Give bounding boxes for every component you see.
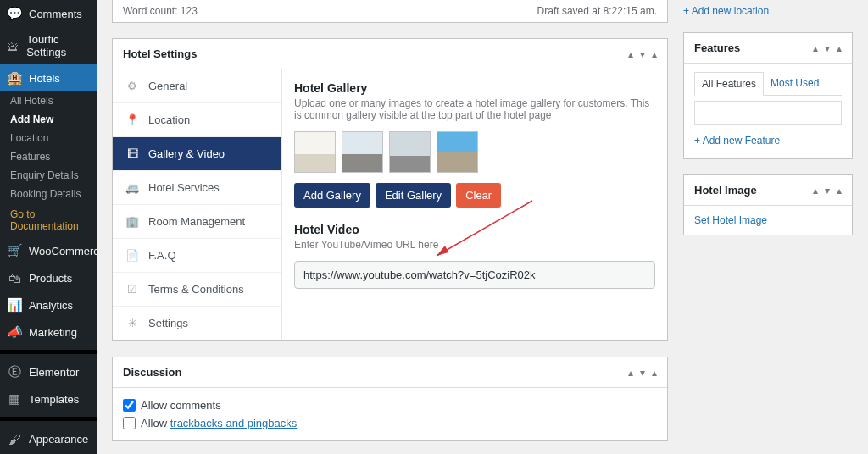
tab-all-features[interactable]: All Features bbox=[694, 72, 764, 96]
gallery-thumb[interactable] bbox=[389, 131, 431, 173]
video-title: Hotel Video bbox=[294, 223, 655, 236]
tab-general[interactable]: ⚙General bbox=[113, 69, 281, 103]
sidebar-item-comments[interactable]: 💬Comments bbox=[0, 0, 97, 27]
sidebar-item-hotels[interactable]: 🏨Hotels bbox=[0, 64, 97, 91]
admin-sidebar: 💬Comments 🛎Tourfic Settings 🏨Hotels All … bbox=[0, 0, 97, 454]
edit-gallery-button[interactable]: Edit Gallery bbox=[376, 183, 451, 208]
sparkle-icon: ✳ bbox=[125, 317, 140, 329]
sidebar-sub-features[interactable]: Features bbox=[0, 147, 97, 166]
analytics-icon: 📊 bbox=[7, 297, 22, 313]
clear-gallery-button[interactable]: Clear bbox=[456, 183, 501, 208]
marketing-icon: 📣 bbox=[7, 324, 22, 340]
gallery-video-pane: Hotel Gallery Upload one or many images … bbox=[282, 69, 667, 340]
sidebar-sub-location[interactable]: Location bbox=[0, 129, 97, 147]
products-icon: 🛍 bbox=[7, 270, 22, 285]
add-feature-link[interactable]: + Add new Feature bbox=[694, 131, 780, 150]
gallery-desc: Upload one or many images to create a ho… bbox=[294, 97, 655, 121]
hotel-icon: 🏨 bbox=[7, 70, 22, 86]
document-icon: 📄 bbox=[125, 249, 140, 262]
trackbacks-link[interactable]: trackbacks and pingbacks bbox=[170, 417, 298, 429]
panel-title: Hotel Settings bbox=[123, 47, 197, 60]
chevron-up-icon[interactable]: ▴ bbox=[813, 185, 818, 197]
sidebar-item-elementor[interactable]: ⒺElementor bbox=[0, 358, 97, 385]
sidebar-sub-add-new[interactable]: Add New bbox=[0, 110, 97, 129]
caret-up-icon[interactable]: ▴ bbox=[652, 48, 657, 60]
chevron-up-icon[interactable]: ▴ bbox=[628, 367, 633, 379]
comment-icon: 💬 bbox=[7, 6, 22, 21]
gear-icon: ⚙ bbox=[125, 80, 140, 92]
chevron-up-icon[interactable]: ▴ bbox=[813, 42, 818, 54]
sidebar-sub-enquiry[interactable]: Enquiry Details bbox=[0, 166, 97, 185]
discussion-panel: Discussion ▴ ▾ ▴ Allow comments Allow tr… bbox=[112, 357, 668, 441]
tab-gallery-video[interactable]: 🎞Gallery & Video bbox=[113, 137, 281, 171]
sidebar-item-appearance[interactable]: 🖌Appearance bbox=[0, 425, 97, 452]
film-icon: 🎞 bbox=[125, 147, 140, 160]
caret-up-icon[interactable]: ▴ bbox=[652, 367, 657, 379]
video-desc: Enter YouTube/Vimeo URL here bbox=[294, 239, 655, 251]
templates-icon: ▦ bbox=[7, 391, 22, 407]
chevron-down-icon[interactable]: ▾ bbox=[825, 42, 830, 54]
chevron-down-icon[interactable]: ▾ bbox=[640, 367, 645, 379]
tab-hotel-services[interactable]: 🚐Hotel Services bbox=[113, 171, 281, 205]
sidebar-item-templates[interactable]: ▦Templates bbox=[0, 385, 97, 412]
add-location-link[interactable]: + Add new location bbox=[683, 2, 769, 20]
features-panel: Features ▴ ▾ ▴ All Features Most Used + … bbox=[683, 32, 853, 159]
allow-comments-label: Allow comments bbox=[141, 399, 221, 412]
tab-location[interactable]: 📍Location bbox=[113, 103, 281, 137]
status-bar: Word count: 123 Draft saved at 8:22:15 a… bbox=[112, 0, 668, 23]
pin-icon: 📍 bbox=[125, 114, 140, 126]
appearance-icon: 🖌 bbox=[7, 431, 22, 446]
elementor-icon: Ⓔ bbox=[7, 364, 22, 379]
allow-trackbacks-checkbox[interactable] bbox=[123, 417, 136, 429]
hotel-settings-panel: Hotel Settings ▴ ▾ ▴ ⚙General 📍Location … bbox=[112, 38, 668, 341]
check-icon: ☑ bbox=[125, 283, 140, 296]
allow-comments-checkbox[interactable] bbox=[123, 399, 136, 412]
cart-icon: 🛒 bbox=[7, 243, 22, 258]
draft-saved: Draft saved at 8:22:15 am. bbox=[537, 5, 657, 17]
add-gallery-button[interactable]: Add Gallery bbox=[294, 183, 370, 208]
tab-room-management[interactable]: 🏢Room Management bbox=[113, 205, 281, 239]
building-icon: 🏢 bbox=[125, 215, 140, 228]
chevron-down-icon[interactable]: ▾ bbox=[825, 185, 830, 197]
tab-settings[interactable]: ✳Settings bbox=[113, 307, 281, 340]
word-count: Word count: 123 bbox=[123, 5, 198, 17]
gallery-thumb[interactable] bbox=[294, 131, 336, 173]
settings-tabs: ⚙General 📍Location 🎞Gallery & Video 🚐Hot… bbox=[113, 69, 282, 340]
panel-title: Hotel Image bbox=[694, 184, 757, 197]
sidebar-docs-link[interactable]: Go to Documentation bbox=[0, 203, 97, 237]
hotel-image-panel: Hotel Image ▴ ▾ ▴ Set Hotel Image bbox=[683, 174, 853, 235]
tab-terms[interactable]: ☑Terms & Conditions bbox=[113, 273, 281, 307]
tab-faq[interactable]: 📄F.A.Q bbox=[113, 239, 281, 273]
sidebar-item-woocommerce[interactable]: 🛒WooCommerce bbox=[0, 237, 97, 264]
panel-title: Discussion bbox=[123, 366, 181, 379]
sidebar-sub-booking[interactable]: Booking Details bbox=[0, 185, 97, 203]
gallery-thumb[interactable] bbox=[342, 131, 383, 173]
chevron-up-icon[interactable]: ▴ bbox=[628, 48, 633, 60]
sidebar-sub-all-hotels[interactable]: All Hotels bbox=[0, 91, 97, 110]
set-hotel-image-link[interactable]: Set Hotel Image bbox=[694, 214, 767, 226]
caret-up-icon[interactable]: ▴ bbox=[837, 185, 842, 197]
features-list bbox=[694, 101, 842, 125]
video-url-input[interactable] bbox=[294, 261, 655, 289]
tab-most-used[interactable]: Most Used bbox=[764, 72, 826, 95]
van-icon: 🚐 bbox=[125, 181, 140, 194]
panel-title: Features bbox=[694, 42, 740, 54]
bell-icon: 🛎 bbox=[7, 38, 19, 53]
gallery-title: Hotel Gallery bbox=[294, 81, 655, 95]
gallery-thumb[interactable] bbox=[437, 131, 478, 173]
chevron-down-icon[interactable]: ▾ bbox=[640, 48, 645, 60]
sidebar-item-products[interactable]: 🛍Products bbox=[0, 264, 97, 291]
sidebar-item-analytics[interactable]: 📊Analytics bbox=[0, 291, 97, 318]
sidebar-item-tourfic[interactable]: 🛎Tourfic Settings bbox=[0, 27, 97, 64]
caret-up-icon[interactable]: ▴ bbox=[837, 42, 842, 54]
sidebar-item-marketing[interactable]: 📣Marketing bbox=[0, 318, 97, 346]
